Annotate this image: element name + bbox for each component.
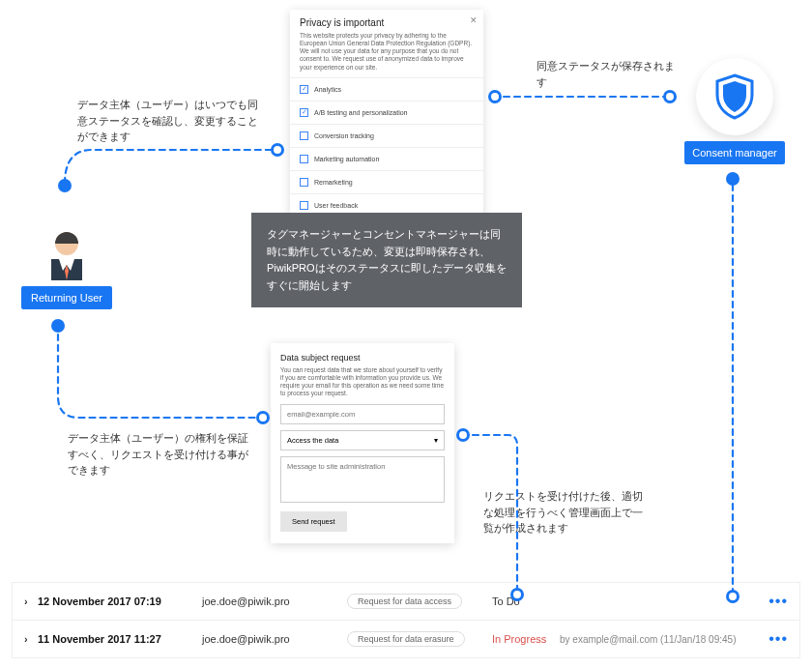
- data-subject-request-panel: Data subject request You can request dat…: [271, 343, 454, 543]
- checkbox-icon[interactable]: [300, 201, 308, 210]
- chevron-right-icon: ›: [24, 595, 38, 607]
- annotation-status-saved: 同意ステータスが保存されます: [536, 58, 682, 90]
- request-meta: by example@mail.com (11/Jan/18 09:45): [560, 634, 768, 645]
- checkbox-icon[interactable]: ✓: [300, 108, 308, 117]
- consent-option[interactable]: Remarketing: [290, 170, 483, 193]
- close-icon[interactable]: ✕: [470, 15, 478, 25]
- annotation-review-consent: データ主体（ユーザー）はいつでも同意ステータスを確認し、変更することができます: [77, 97, 261, 145]
- flow-node: [456, 428, 470, 442]
- consent-manager-badge: Consent manager: [677, 58, 793, 164]
- more-actions-icon[interactable]: •••: [768, 630, 788, 648]
- message-field[interactable]: [280, 456, 445, 503]
- consent-option-label: Conversion tracking: [314, 132, 374, 139]
- chevron-right-icon: ›: [24, 633, 38, 645]
- flow-node: [510, 588, 524, 601]
- request-date: 11 November 2017 11:27: [38, 633, 202, 645]
- annotation-rights-request: データ主体（ユーザー）の権利を保証すべく、リクエストを受け付ける事ができます: [68, 430, 251, 479]
- request-date: 12 November 2017 07:19: [38, 595, 202, 607]
- consent-option-label: User feedback: [314, 202, 358, 209]
- consent-option[interactable]: ✓A/B testing and personalization: [290, 101, 483, 124]
- consent-option-label: Analytics: [314, 86, 341, 93]
- checkbox-icon[interactable]: [300, 131, 308, 140]
- flow-node: [51, 319, 65, 333]
- user-avatar-icon: [38, 222, 96, 280]
- request-email: joe.doe@piwik.pro: [202, 595, 347, 607]
- annotation-request-list: リクエストを受け付けた後、適切な処理を行うべく管理画面上で一覧が作成されます: [483, 488, 648, 537]
- overlay-explainer: タグマネージャーとコンセントマネージャーは同時に動作しているため、変更は即時保存…: [251, 213, 522, 307]
- request-row[interactable]: ›11 November 2017 11:27joe.doe@piwik.pro…: [13, 621, 799, 657]
- request-type-badge: Request for data access: [347, 594, 492, 609]
- checkbox-icon[interactable]: [300, 178, 308, 187]
- consent-option[interactable]: ✓Analytics: [290, 77, 483, 101]
- consent-option-label: A/B testing and personalization: [314, 109, 408, 116]
- checkbox-icon[interactable]: ✓: [300, 85, 308, 94]
- flow-node: [256, 411, 270, 424]
- privacy-description: This website protects your privacy by ad…: [290, 32, 483, 77]
- consent-option[interactable]: Conversion tracking: [290, 124, 483, 147]
- request-type-select[interactable]: Access the data ▾: [280, 430, 445, 450]
- request-email: joe.doe@piwik.pro: [202, 633, 347, 645]
- privacy-title: Privacy is important: [290, 10, 483, 32]
- email-field[interactable]: [280, 404, 445, 424]
- request-status: In Progress: [492, 633, 560, 645]
- chevron-down-icon: ▾: [434, 436, 438, 445]
- requests-table: ›12 November 2017 07:19joe.doe@piwik.pro…: [12, 582, 800, 658]
- request-row[interactable]: ›12 November 2017 07:19joe.doe@piwik.pro…: [13, 583, 799, 621]
- send-request-button[interactable]: Send request: [280, 511, 347, 532]
- flow-node: [271, 143, 284, 157]
- more-actions-icon[interactable]: •••: [768, 593, 788, 610]
- checkbox-icon[interactable]: [300, 155, 308, 163]
- request-type-value: Access the data: [287, 436, 338, 445]
- dsr-title: Data subject request: [280, 353, 445, 363]
- flow-node: [488, 90, 502, 103]
- consent-manager-label: Consent manager: [684, 141, 784, 164]
- flow-node: [58, 179, 72, 192]
- flow-node: [726, 172, 740, 186]
- returning-user-badge: Returning User: [21, 222, 112, 309]
- consent-option[interactable]: Marketing automation: [290, 147, 483, 170]
- request-status: To Do: [492, 595, 560, 607]
- flow-node: [726, 590, 740, 603]
- flow-node: [663, 90, 677, 103]
- request-type-badge: Request for data erasure: [347, 631, 492, 647]
- consent-option-label: Marketing automation: [314, 156, 379, 162]
- shield-icon: [713, 73, 756, 120]
- consent-option-label: Remarketing: [314, 179, 353, 186]
- returning-user-label: Returning User: [21, 286, 112, 309]
- dsr-description: You can request data that we store about…: [280, 366, 445, 398]
